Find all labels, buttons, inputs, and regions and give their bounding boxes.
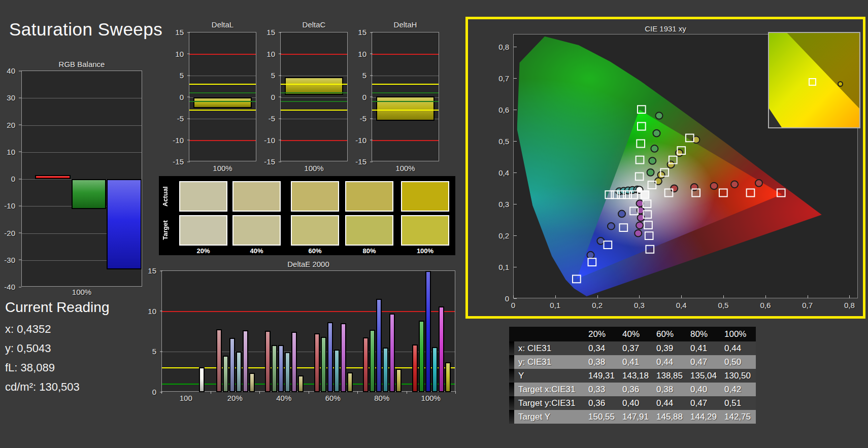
y-tick-label: -15 (353, 157, 371, 166)
x-group-label: 100 (161, 394, 211, 402)
y-tick-label: 15 (142, 266, 160, 275)
measured-point-blue (618, 211, 625, 218)
x-tick-label: 0,3 (629, 301, 649, 309)
deltae-bar (376, 299, 382, 392)
table-cell: 130,50 (720, 369, 754, 383)
deltae-bar (389, 314, 395, 392)
y-tick-label: 0,3 (489, 199, 509, 208)
table-cell: 0,39 (652, 341, 686, 355)
reference-line (189, 54, 256, 55)
table-cell: 0,40 (686, 383, 720, 396)
y-tick-label: 0 (171, 92, 188, 101)
x-tick (555, 295, 556, 298)
y-tick (514, 110, 517, 110)
current-reading-cdm2: cd/m²: 130,503 (5, 381, 80, 394)
y-tick-label: -10 (262, 135, 279, 144)
inset-target-marker (809, 78, 816, 86)
table-cell: 0,33 (584, 383, 618, 396)
row-label: Target y:CIE31 (514, 396, 584, 410)
reference-line (281, 140, 347, 141)
table-cell: 0,50 (720, 355, 754, 369)
reference-line (372, 92, 439, 93)
deltae-bar (432, 347, 438, 392)
table-cell: 0,34 (584, 341, 618, 355)
measured-point-green (651, 145, 658, 152)
x-axis-label: 100% (280, 164, 348, 173)
delta-chart-deltal: DeltaL151050-5-10-15100% (171, 20, 262, 173)
actual-swatch (232, 181, 281, 212)
table-cell: 0,44 (652, 396, 686, 410)
y-tick-label: 10 (0, 147, 19, 156)
table-cell: 142,75 (720, 410, 754, 424)
deltae-bar (383, 348, 388, 392)
gridline (281, 97, 347, 98)
x-tick-label: 0,7 (797, 301, 818, 309)
table-cell: 145,88 (652, 410, 686, 424)
swatch-row-label-actual: Actual (161, 181, 169, 212)
y-tick (514, 267, 517, 267)
x-tick (309, 391, 309, 394)
measured-point-yellow (658, 171, 665, 179)
x-tick-label: 0,5 (713, 301, 733, 309)
x-tick (161, 391, 162, 394)
x-tick-label: 0,6 (755, 301, 776, 309)
row-strip (509, 355, 514, 369)
col-header: 20% (584, 327, 618, 341)
delta-chart-deltac: DeltaC151050-5-10-15100% (262, 20, 353, 173)
row-label: x: CIE31 (514, 341, 584, 355)
deltae-bar (229, 338, 235, 392)
table-cell: 0,41 (618, 355, 652, 369)
x-tick-label: 0,4 (671, 301, 691, 309)
measured-point-magenta (635, 230, 642, 237)
reference-line (162, 311, 455, 312)
deltae-bar (199, 367, 205, 392)
table-cell: 0,44 (720, 341, 754, 355)
target-swatch (291, 215, 339, 246)
target-swatch (179, 215, 227, 246)
gridline (22, 98, 142, 98)
swatch-col-label: 20% (179, 247, 227, 255)
table-cell: 0,37 (618, 341, 652, 355)
target-swatch (345, 215, 393, 246)
gridline (189, 76, 256, 76)
x-group-label: 60% (309, 394, 358, 402)
table-header-row: 20%40%60%80%100% (509, 327, 756, 341)
x-tick (765, 295, 766, 298)
chart-title: DeltaH (372, 20, 439, 29)
reference-line (372, 110, 439, 111)
corner-cell (509, 327, 584, 341)
deltae-bar (272, 345, 277, 392)
delta-bar (193, 97, 252, 108)
measured-point-red (731, 181, 738, 188)
table-cell: 149,31 (584, 369, 618, 383)
delta-plot (189, 32, 256, 161)
row-label: Target Y (514, 410, 584, 424)
y-tick-label: 0,6 (489, 105, 509, 114)
reference-line (189, 110, 256, 111)
y-tick-label: 0 (142, 388, 160, 396)
y-tick-label: 0,5 (489, 136, 509, 145)
measured-point-red (711, 183, 718, 190)
reference-line (281, 110, 347, 111)
y-tick-label: 20 (0, 120, 19, 129)
reference-line (281, 84, 347, 85)
y-tick (514, 235, 517, 236)
x-tick (639, 295, 640, 298)
y-tick-label: 0,4 (489, 168, 509, 177)
current-reading-y: y: 0,5043 (5, 342, 51, 355)
rgb-balance-title: RGB Balance (21, 60, 142, 68)
row-label: y: CIE31 (514, 355, 584, 369)
deltae-bar (334, 350, 340, 392)
reference-line (281, 92, 347, 93)
gridline (22, 152, 142, 153)
deltae-bar (223, 356, 228, 392)
x-tick (597, 295, 598, 298)
table-cell: 0,44 (652, 355, 686, 369)
y-tick-label: 0 (353, 92, 371, 101)
measured-point-blue (597, 237, 604, 245)
col-header: 80% (686, 327, 720, 341)
page-title: Saturation Sweeps (9, 19, 162, 40)
row-strip (509, 396, 514, 410)
x-tick-label: 0,1 (545, 301, 565, 309)
y-tick-label: -5 (353, 114, 371, 123)
